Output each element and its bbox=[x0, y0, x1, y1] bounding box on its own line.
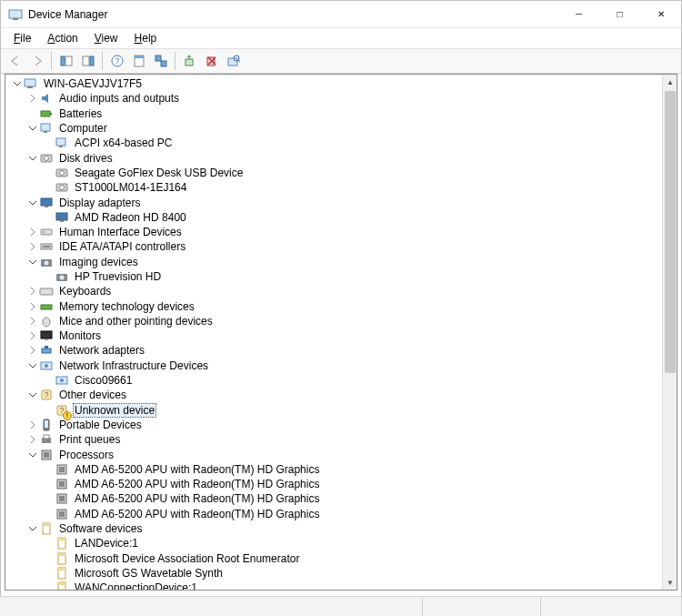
tree-item-label[interactable]: Network Infrastructure Devices bbox=[57, 358, 210, 373]
chevron-right-icon[interactable] bbox=[26, 300, 39, 313]
tree-row[interactable]: Monitors bbox=[5, 328, 662, 343]
scrollbar-vertical[interactable]: ▲ ▼ bbox=[662, 75, 677, 590]
toolbar-help[interactable]: ? bbox=[106, 51, 127, 71]
tree-row[interactable]: Computer bbox=[5, 121, 662, 136]
tree-row[interactable]: Print queues bbox=[5, 432, 662, 447]
chevron-right-icon[interactable] bbox=[26, 92, 39, 105]
tree-row[interactable]: ACPI x64-based PC bbox=[5, 136, 662, 150]
tree-item-label[interactable]: Batteries bbox=[57, 106, 104, 121]
tree-item-label[interactable]: AMD A6-5200 APU with Radeon(TM) HD Graph… bbox=[73, 491, 321, 506]
tree-item-label[interactable]: Seagate GoFlex Desk USB Device bbox=[73, 166, 245, 180]
tree-item-label[interactable]: LANDevice:1 bbox=[73, 536, 140, 550]
scroll-thumb[interactable] bbox=[665, 91, 676, 373]
tree-row[interactable]: AMD Radeon HD 8400 bbox=[5, 210, 662, 225]
tree-row[interactable]: Display adapters bbox=[5, 195, 662, 209]
tree-row[interactable]: Memory technology devices bbox=[5, 298, 662, 313]
tree-item-label[interactable]: Portable Devices bbox=[57, 418, 144, 432]
tree-item-label[interactable]: WANConnectionDevice:1 bbox=[73, 581, 199, 590]
scroll-down-icon[interactable]: ▼ bbox=[663, 575, 677, 590]
tree-item-label[interactable]: HP Truevision HD bbox=[73, 269, 163, 284]
chevron-right-icon[interactable] bbox=[26, 315, 39, 328]
tree-item-label[interactable]: Monitors bbox=[57, 328, 103, 343]
chevron-right-icon[interactable] bbox=[26, 433, 39, 446]
chevron-right-icon[interactable] bbox=[26, 285, 39, 298]
chevron-right-icon[interactable] bbox=[26, 344, 39, 357]
scroll-up-icon[interactable]: ▲ bbox=[663, 75, 677, 89]
menu-help[interactable]: Help bbox=[127, 30, 165, 46]
tree-row[interactable]: Microsoft GS Wavetable Synth bbox=[5, 566, 662, 581]
tree-item-label[interactable]: Software devices bbox=[57, 521, 144, 536]
tree-row[interactable]: Keyboards bbox=[5, 284, 662, 298]
chevron-right-icon[interactable] bbox=[26, 240, 39, 253]
toolbar-show-action[interactable] bbox=[77, 51, 98, 71]
tree-row[interactable]: Cisco09661 bbox=[5, 373, 662, 388]
chevron-right-icon[interactable] bbox=[26, 419, 39, 431]
menu-file[interactable]: File bbox=[6, 30, 38, 46]
toolbar-scan[interactable] bbox=[223, 51, 244, 71]
toolbar-back[interactable] bbox=[5, 51, 25, 71]
tree-row[interactable]: Processors bbox=[5, 447, 662, 461]
chevron-right-icon[interactable] bbox=[26, 329, 39, 342]
tree-row[interactable]: HP Truevision HD bbox=[5, 269, 662, 284]
chevron-down-icon[interactable] bbox=[26, 449, 39, 461]
tree-row[interactable]: AMD A6-5200 APU with Radeon(TM) HD Graph… bbox=[5, 507, 662, 521]
tree-item-label[interactable]: Mice and other pointing devices bbox=[57, 314, 215, 328]
tree-row[interactable]: Human Interface Devices bbox=[5, 225, 662, 239]
tree-row[interactable]: Imaging devices bbox=[5, 255, 662, 269]
tree-row[interactable]: Disk drives bbox=[5, 150, 662, 165]
menu-view[interactable]: View bbox=[87, 30, 125, 46]
tree-item-label[interactable]: AMD A6-5200 APU with Radeon(TM) HD Graph… bbox=[73, 477, 321, 491]
tree-row[interactable]: AMD A6-5200 APU with Radeon(TM) HD Graph… bbox=[5, 477, 662, 491]
tree-item-label[interactable]: Print queues bbox=[57, 432, 122, 447]
tree-item-label[interactable]: Keyboards bbox=[57, 284, 113, 298]
tree-item-label[interactable]: AMD Radeon HD 8400 bbox=[73, 210, 188, 225]
chevron-down-icon[interactable] bbox=[26, 256, 39, 268]
tree-row[interactable]: WIN-GAEVJJV17F5 bbox=[5, 76, 662, 91]
close-button[interactable]: ✕ bbox=[640, 1, 681, 28]
minimize-button[interactable]: ─ bbox=[558, 1, 599, 28]
tree-row[interactable]: ?Other devices bbox=[5, 388, 662, 402]
tree-row[interactable]: Batteries bbox=[5, 106, 662, 121]
tree-row[interactable]: Seagate GoFlex Desk USB Device bbox=[5, 166, 662, 180]
chevron-down-icon[interactable] bbox=[26, 389, 39, 401]
tree-row[interactable]: Portable Devices bbox=[5, 418, 662, 432]
tree-row[interactable]: AMD A6-5200 APU with Radeon(TM) HD Graph… bbox=[5, 491, 662, 506]
tree-item-label[interactable]: AMD A6-5200 APU with Radeon(TM) HD Graph… bbox=[73, 507, 321, 521]
toolbar-uninstall[interactable] bbox=[201, 51, 222, 71]
tree-row[interactable]: WANConnectionDevice:1 bbox=[5, 581, 662, 590]
tree-item-label[interactable]: Human Interface Devices bbox=[57, 225, 184, 239]
toolbar-update-driver[interactable] bbox=[179, 51, 200, 71]
tree-item-label[interactable]: ACPI x64-based PC bbox=[73, 136, 174, 150]
tree-row[interactable]: LANDevice:1 bbox=[5, 536, 662, 550]
device-tree[interactable]: WIN-GAEVJJV17F5Audio inputs and outputsB… bbox=[5, 75, 662, 590]
tree-row[interactable]: Network Infrastructure Devices bbox=[5, 358, 662, 373]
tree-item-label[interactable]: Computer bbox=[57, 121, 109, 136]
chevron-down-icon[interactable] bbox=[26, 197, 39, 209]
tree-item-label[interactable]: Microsoft GS Wavetable Synth bbox=[73, 566, 225, 581]
toolbar-properties[interactable] bbox=[128, 51, 149, 71]
tree-row[interactable]: ST1000LM014-1EJ164 bbox=[5, 180, 662, 195]
tree-row[interactable]: ?!Unknown device bbox=[5, 403, 662, 418]
chevron-right-icon[interactable] bbox=[26, 226, 39, 238]
tree-item-label[interactable]: IDE ATA/ATAPI controllers bbox=[57, 239, 187, 254]
tree-item-label[interactable]: Unknown device bbox=[73, 403, 156, 418]
tree-item-label[interactable]: Display adapters bbox=[57, 196, 142, 210]
chevron-down-icon[interactable] bbox=[26, 152, 39, 165]
chevron-down-icon[interactable] bbox=[26, 522, 39, 535]
tree-item-label[interactable]: Cisco09661 bbox=[73, 373, 134, 388]
toolbar-extra[interactable] bbox=[150, 51, 171, 71]
tree-item-label[interactable]: WIN-GAEVJJV17F5 bbox=[42, 76, 144, 91]
toolbar-show-tree[interactable] bbox=[55, 51, 76, 71]
tree-row[interactable]: Microsoft Device Association Root Enumer… bbox=[5, 551, 662, 566]
menu-action[interactable]: Action bbox=[40, 30, 85, 46]
chevron-down-icon[interactable] bbox=[11, 77, 24, 90]
tree-item-label[interactable]: Processors bbox=[57, 448, 115, 462]
tree-row[interactable]: Network adapters bbox=[5, 343, 662, 358]
tree-item-label[interactable]: Memory technology devices bbox=[57, 299, 196, 314]
tree-item-label[interactable]: Other devices bbox=[57, 388, 128, 402]
tree-row[interactable]: Software devices bbox=[5, 521, 662, 536]
tree-item-label[interactable]: Imaging devices bbox=[57, 255, 140, 269]
chevron-down-icon[interactable] bbox=[26, 359, 39, 372]
tree-item-label[interactable]: Audio inputs and outputs bbox=[57, 91, 181, 106]
tree-row[interactable]: Audio inputs and outputs bbox=[5, 91, 662, 106]
